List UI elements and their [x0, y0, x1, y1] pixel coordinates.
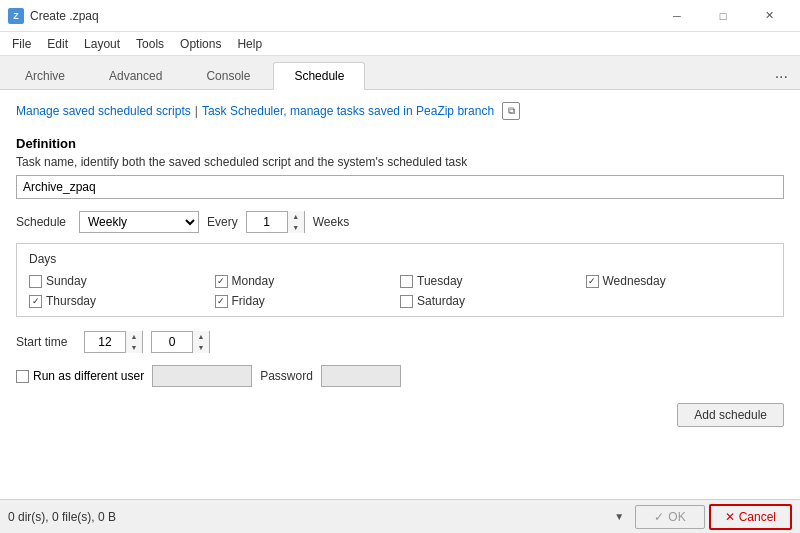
status-bar: 0 dir(s), 0 file(s), 0 B ▼ ✓ OK ✕ Cancel — [0, 499, 800, 533]
schedule-type-select[interactable]: Daily Weekly Monthly — [79, 211, 199, 233]
minutes-increment-button[interactable]: ▲ — [193, 331, 209, 342]
run-as-user-checkbox[interactable] — [16, 370, 29, 383]
tab-bar: Archive Advanced Console Schedule ··· — [0, 56, 800, 90]
tuesday-label: Tuesday — [417, 274, 463, 288]
wednesday-label: Wednesday — [603, 274, 666, 288]
monday-label: Monday — [232, 274, 275, 288]
run-as-row: Run as different user Password — [16, 365, 784, 387]
ok-check-icon: ✓ — [654, 510, 664, 524]
day-wednesday[interactable]: ✓ Wednesday — [586, 274, 772, 288]
cancel-x-icon: ✕ — [725, 510, 735, 524]
hours-increment-button[interactable]: ▲ — [126, 331, 142, 342]
day-tuesday[interactable]: Tuesday — [400, 274, 586, 288]
menu-tools[interactable]: Tools — [128, 34, 172, 54]
tab-schedule[interactable]: Schedule — [273, 62, 365, 90]
friday-label: Friday — [232, 294, 265, 308]
hours-input[interactable] — [85, 332, 125, 352]
app-icon: Z — [8, 8, 24, 24]
start-time-label: Start time — [16, 335, 76, 349]
menu-help[interactable]: Help — [229, 34, 270, 54]
minutes-input[interactable] — [152, 332, 192, 352]
status-dropdown-button[interactable]: ▼ — [607, 505, 631, 529]
window-title: Create .zpaq — [30, 9, 99, 23]
schedule-row: Schedule Daily Weekly Monthly Every ▲ ▼ … — [16, 211, 784, 233]
days-group-label: Days — [29, 252, 771, 266]
tab-advanced[interactable]: Advanced — [88, 62, 183, 89]
day-friday[interactable]: ✓ Friday — [215, 294, 401, 308]
minutes-spinner: ▲ ▼ — [151, 331, 210, 353]
days-group: Days Sunday ✓ Monday Tuesday ✓ Wednesday… — [16, 243, 784, 317]
weeks-label: Weeks — [313, 215, 349, 229]
manage-saved-link[interactable]: Manage saved scheduled scripts — [16, 104, 191, 118]
task-scheduler-link[interactable]: Task Scheduler, manage tasks saved in Pe… — [202, 104, 494, 118]
cancel-button[interactable]: ✕ Cancel — [709, 504, 792, 530]
section-title-definition: Definition — [16, 136, 784, 151]
every-decrement-button[interactable]: ▼ — [288, 222, 304, 233]
thursday-label: Thursday — [46, 294, 96, 308]
title-bar-left: Z Create .zpaq — [8, 8, 99, 24]
every-increment-button[interactable]: ▲ — [288, 211, 304, 222]
hours-decrement-button[interactable]: ▼ — [126, 342, 142, 353]
schedule-label: Schedule — [16, 215, 71, 229]
hours-spinner: ▲ ▼ — [84, 331, 143, 353]
copy-icon[interactable]: ⧉ — [502, 102, 520, 120]
day-monday[interactable]: ✓ Monday — [215, 274, 401, 288]
minimize-button[interactable]: ─ — [654, 0, 700, 32]
task-name-input[interactable] — [16, 175, 784, 199]
tab-console[interactable]: Console — [185, 62, 271, 89]
status-text: 0 dir(s), 0 file(s), 0 B — [8, 510, 116, 524]
day-thursday[interactable]: ✓ Thursday — [29, 294, 215, 308]
ok-button[interactable]: ✓ OK — [635, 505, 704, 529]
menu-bar: File Edit Layout Tools Options Help — [0, 32, 800, 56]
cancel-label: Cancel — [739, 510, 776, 524]
monday-checkbox[interactable]: ✓ — [215, 275, 228, 288]
every-label: Every — [207, 215, 238, 229]
days-grid: Sunday ✓ Monday Tuesday ✓ Wednesday ✓ Th… — [29, 274, 771, 308]
title-bar: Z Create .zpaq ─ □ ✕ — [0, 0, 800, 32]
add-schedule-button[interactable]: Add schedule — [677, 403, 784, 427]
saturday-label: Saturday — [417, 294, 465, 308]
sunday-checkbox[interactable] — [29, 275, 42, 288]
menu-file[interactable]: File — [4, 34, 39, 54]
day-sunday[interactable]: Sunday — [29, 274, 215, 288]
title-controls: ─ □ ✕ — [654, 0, 792, 32]
day-saturday[interactable]: Saturday — [400, 294, 586, 308]
more-tabs-button[interactable]: ··· — [767, 65, 796, 89]
sunday-label: Sunday — [46, 274, 87, 288]
close-button[interactable]: ✕ — [746, 0, 792, 32]
add-schedule-row: Add schedule — [16, 403, 784, 427]
main-content: Manage saved scheduled scripts | Task Sc… — [0, 90, 800, 499]
task-name-description: Task name, identify both the saved sched… — [16, 155, 784, 169]
ok-label: OK — [668, 510, 685, 524]
menu-options[interactable]: Options — [172, 34, 229, 54]
tab-archive[interactable]: Archive — [4, 62, 86, 89]
run-as-user-label: Run as different user — [33, 369, 144, 383]
friday-checkbox[interactable]: ✓ — [215, 295, 228, 308]
maximize-button[interactable]: □ — [700, 0, 746, 32]
menu-edit[interactable]: Edit — [39, 34, 76, 54]
every-value-input[interactable] — [247, 212, 287, 232]
wednesday-checkbox[interactable]: ✓ — [586, 275, 599, 288]
run-as-user-toggle[interactable]: Run as different user — [16, 369, 144, 383]
hours-spinner-buttons: ▲ ▼ — [125, 331, 142, 353]
status-bar-right: ▼ ✓ OK ✕ Cancel — [607, 504, 792, 530]
thursday-checkbox[interactable]: ✓ — [29, 295, 42, 308]
tuesday-checkbox[interactable] — [400, 275, 413, 288]
links-row: Manage saved scheduled scripts | Task Sc… — [16, 102, 784, 120]
minutes-spinner-buttons: ▲ ▼ — [192, 331, 209, 353]
every-spinner-buttons: ▲ ▼ — [287, 211, 304, 233]
minutes-decrement-button[interactable]: ▼ — [193, 342, 209, 353]
saturday-checkbox[interactable] — [400, 295, 413, 308]
run-as-username-input[interactable] — [152, 365, 252, 387]
start-time-row: Start time ▲ ▼ ▲ ▼ — [16, 331, 784, 353]
menu-layout[interactable]: Layout — [76, 34, 128, 54]
password-label: Password — [260, 369, 313, 383]
link-separator: | — [195, 104, 198, 118]
every-spinner: ▲ ▼ — [246, 211, 305, 233]
password-input[interactable] — [321, 365, 401, 387]
